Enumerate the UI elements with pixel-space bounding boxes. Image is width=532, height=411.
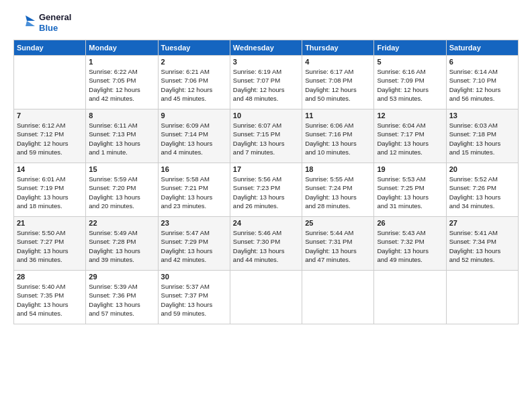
calendar-table: SundayMondayTuesdayWednesdayThursdayFrid… [13, 40, 519, 324]
cell-2-6: 13Sunrise: 6:03 AMSunset: 7:18 PMDayligh… [446, 109, 518, 163]
day-number: 7 [17, 111, 83, 120]
cell-content: Sunrise: 6:11 AMSunset: 7:13 PMDaylight:… [89, 121, 154, 156]
cell-content: Sunrise: 6:03 AMSunset: 7:18 PMDaylight:… [449, 121, 515, 156]
day-number: 17 [233, 165, 299, 173]
cell-4-5: 26Sunrise: 5:43 AMSunset: 7:32 PMDayligh… [374, 217, 446, 271]
cell-content: Sunrise: 6:22 AMSunset: 7:05 PMDaylight:… [89, 67, 154, 103]
day-number: 22 [89, 219, 154, 227]
cell-content: Sunrise: 5:50 AMSunset: 7:27 PMDaylight:… [17, 228, 83, 264]
cell-4-6: 27Sunrise: 5:41 AMSunset: 7:34 PMDayligh… [446, 217, 518, 271]
day-number: 5 [377, 58, 443, 66]
day-number: 13 [449, 111, 515, 120]
cell-4-2: 23Sunrise: 5:47 AMSunset: 7:29 PMDayligh… [158, 217, 230, 271]
logo-blue: Blue [39, 23, 71, 34]
cell-5-5 [374, 271, 446, 324]
logo: GeneralBlue [13, 12, 71, 33]
cell-4-0: 21Sunrise: 5:50 AMSunset: 7:27 PMDayligh… [14, 217, 86, 271]
page: GeneralBlue SundayMondayTuesdayWednesday… [0, 0, 532, 332]
cell-1-4: 4Sunrise: 6:17 AMSunset: 7:08 PMDaylight… [302, 56, 374, 109]
day-number: 29 [89, 273, 154, 281]
col-header-wednesday: Wednesday [230, 40, 302, 56]
cell-2-5: 12Sunrise: 6:04 AMSunset: 7:17 PMDayligh… [374, 109, 446, 163]
cell-2-0: 7Sunrise: 6:12 AMSunset: 7:12 PMDaylight… [14, 109, 86, 163]
cell-content: Sunrise: 5:53 AMSunset: 7:25 PMDaylight:… [377, 175, 443, 210]
cell-content: Sunrise: 5:40 AMSunset: 7:35 PMDaylight:… [17, 282, 83, 318]
col-header-monday: Monday [86, 40, 158, 56]
cell-content: Sunrise: 5:59 AMSunset: 7:20 PMDaylight:… [89, 175, 154, 210]
cell-content: Sunrise: 5:58 AMSunset: 7:21 PMDaylight:… [161, 175, 227, 210]
cell-5-6 [446, 271, 518, 324]
cell-content: Sunrise: 5:52 AMSunset: 7:26 PMDaylight:… [449, 175, 515, 210]
cell-3-6: 20Sunrise: 5:52 AMSunset: 7:26 PMDayligh… [446, 163, 518, 217]
cell-5-1: 29Sunrise: 5:39 AMSunset: 7:36 PMDayligh… [86, 271, 158, 324]
cell-5-0: 28Sunrise: 5:40 AMSunset: 7:35 PMDayligh… [14, 271, 86, 324]
cell-3-3: 17Sunrise: 5:56 AMSunset: 7:23 PMDayligh… [230, 163, 302, 217]
day-number: 20 [449, 165, 515, 173]
col-header-friday: Friday [374, 40, 446, 56]
day-number: 4 [305, 58, 371, 66]
header-row: SundayMondayTuesdayWednesdayThursdayFrid… [14, 40, 519, 56]
week-row-2: 7Sunrise: 6:12 AMSunset: 7:12 PMDaylight… [14, 109, 519, 163]
cell-content: Sunrise: 6:06 AMSunset: 7:16 PMDaylight:… [305, 121, 371, 156]
cell-3-4: 18Sunrise: 5:55 AMSunset: 7:24 PMDayligh… [302, 163, 374, 217]
cell-content: Sunrise: 6:17 AMSunset: 7:08 PMDaylight:… [305, 67, 371, 103]
week-row-1: 1Sunrise: 6:22 AMSunset: 7:05 PMDaylight… [14, 56, 519, 109]
cell-content: Sunrise: 6:09 AMSunset: 7:14 PMDaylight:… [161, 121, 227, 156]
day-number: 19 [377, 165, 443, 173]
cell-content: Sunrise: 5:47 AMSunset: 7:29 PMDaylight:… [161, 228, 227, 264]
cell-content: Sunrise: 6:01 AMSunset: 7:19 PMDaylight:… [17, 175, 83, 210]
header: GeneralBlue [13, 12, 519, 33]
day-number: 11 [305, 111, 371, 120]
cell-content: Sunrise: 5:41 AMSunset: 7:34 PMDaylight:… [449, 228, 515, 264]
week-row-5: 28Sunrise: 5:40 AMSunset: 7:35 PMDayligh… [14, 271, 519, 324]
cell-content: Sunrise: 6:12 AMSunset: 7:12 PMDaylight:… [17, 121, 83, 156]
day-number: 16 [161, 165, 227, 173]
cell-content: Sunrise: 6:19 AMSunset: 7:07 PMDaylight:… [233, 67, 299, 103]
day-number: 12 [377, 111, 443, 120]
cell-3-2: 16Sunrise: 5:58 AMSunset: 7:21 PMDayligh… [158, 163, 230, 217]
cell-5-4 [302, 271, 374, 324]
day-number: 1 [89, 58, 154, 66]
logo-general: General [39, 12, 71, 23]
cell-content: Sunrise: 5:43 AMSunset: 7:32 PMDaylight:… [377, 228, 443, 264]
cell-2-2: 9Sunrise: 6:09 AMSunset: 7:14 PMDaylight… [158, 109, 230, 163]
cell-1-5: 5Sunrise: 6:16 AMSunset: 7:09 PMDaylight… [374, 56, 446, 109]
day-number: 14 [17, 165, 83, 173]
day-number: 28 [17, 273, 83, 281]
cell-1-0 [14, 56, 86, 109]
col-header-thursday: Thursday [302, 40, 374, 56]
cell-content: Sunrise: 5:37 AMSunset: 7:37 PMDaylight:… [161, 282, 227, 318]
cell-content: Sunrise: 5:55 AMSunset: 7:24 PMDaylight:… [305, 175, 371, 210]
cell-content: Sunrise: 6:07 AMSunset: 7:15 PMDaylight:… [233, 121, 299, 156]
cell-4-3: 24Sunrise: 5:46 AMSunset: 7:30 PMDayligh… [230, 217, 302, 271]
week-row-3: 14Sunrise: 6:01 AMSunset: 7:19 PMDayligh… [14, 163, 519, 217]
svg-marker-0 [26, 15, 35, 21]
cell-1-1: 1Sunrise: 6:22 AMSunset: 7:05 PMDaylight… [86, 56, 158, 109]
cell-5-2: 30Sunrise: 5:37 AMSunset: 7:37 PMDayligh… [158, 271, 230, 324]
cell-4-4: 25Sunrise: 5:44 AMSunset: 7:31 PMDayligh… [302, 217, 374, 271]
day-number: 3 [233, 58, 299, 66]
day-number: 9 [161, 111, 227, 120]
cell-content: Sunrise: 6:04 AMSunset: 7:17 PMDaylight:… [377, 121, 443, 156]
day-number: 26 [377, 219, 443, 227]
day-number: 21 [17, 219, 83, 227]
cell-3-1: 15Sunrise: 5:59 AMSunset: 7:20 PMDayligh… [86, 163, 158, 217]
cell-2-3: 10Sunrise: 6:07 AMSunset: 7:15 PMDayligh… [230, 109, 302, 163]
day-number: 2 [161, 58, 227, 66]
cell-1-6: 6Sunrise: 6:14 AMSunset: 7:10 PMDaylight… [446, 56, 518, 109]
col-header-sunday: Sunday [14, 40, 86, 56]
cell-content: Sunrise: 5:39 AMSunset: 7:36 PMDaylight:… [89, 282, 154, 318]
day-number: 10 [233, 111, 299, 120]
day-number: 8 [89, 111, 154, 120]
day-number: 27 [449, 219, 515, 227]
cell-1-3: 3Sunrise: 6:19 AMSunset: 7:07 PMDaylight… [230, 56, 302, 109]
cell-content: Sunrise: 5:46 AMSunset: 7:30 PMDaylight:… [233, 228, 299, 264]
cell-2-1: 8Sunrise: 6:11 AMSunset: 7:13 PMDaylight… [86, 109, 158, 163]
cell-3-0: 14Sunrise: 6:01 AMSunset: 7:19 PMDayligh… [14, 163, 86, 217]
col-header-tuesday: Tuesday [158, 40, 230, 56]
day-number: 15 [89, 165, 154, 173]
cell-1-2: 2Sunrise: 6:21 AMSunset: 7:06 PMDaylight… [158, 56, 230, 109]
week-row-4: 21Sunrise: 5:50 AMSunset: 7:27 PMDayligh… [14, 217, 519, 271]
col-header-saturday: Saturday [446, 40, 518, 56]
cell-content: Sunrise: 5:56 AMSunset: 7:23 PMDaylight:… [233, 175, 299, 210]
